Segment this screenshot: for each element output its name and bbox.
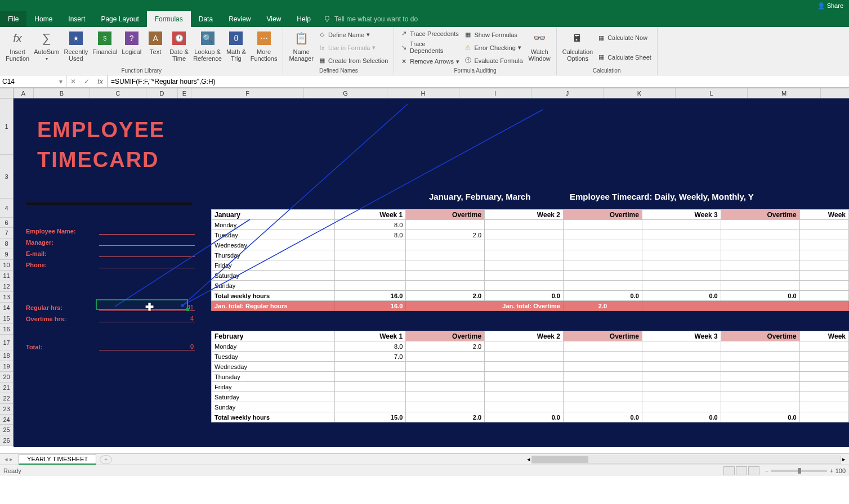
grid[interactable]: EMPLOYEETIMECARD January, February, Marc… [14,98,849,453]
remove-arrows-button[interactable]: ✕Remove Arrows ▾ [397,56,462,66]
col-header-K[interactable]: K [604,88,676,98]
tab-formulas[interactable]: Formulas [147,11,191,27]
tab-help[interactable]: Help [289,11,319,27]
name-manager-button[interactable]: 📋Name Manager [287,28,315,67]
table-row[interactable]: Wednesday [212,362,849,372]
define-name-button[interactable]: ◇Define Name ▾ [316,30,390,40]
zoom-out-icon[interactable]: − [765,467,768,474]
row-header-15[interactable]: 15 [0,313,13,324]
tab-view[interactable]: View [259,11,289,27]
row-header-1[interactable]: 1 [0,98,13,155]
sheet-tab-yearly-timesheet[interactable]: YEARLY TIMESHEET [19,454,96,465]
row-header-8[interactable]: 8 [0,238,13,249]
autosum-button[interactable]: ∑AutoSum▾ [32,28,61,67]
show-formulas-button[interactable]: ▦Show Formulas [462,30,526,40]
more-functions-button[interactable]: ⋯More Functions [248,28,280,67]
tab-home[interactable]: Home [26,11,60,27]
row-header-22[interactable]: 22 [0,393,13,404]
page-break-view-button[interactable] [748,466,759,475]
name-box-dropdown-icon[interactable]: ▾ [57,78,64,86]
row-header-13[interactable]: 13 [0,292,13,303]
table-row[interactable]: Friday [212,382,849,392]
calculate-sheet-button[interactable]: ▦Calculate Sheet [595,52,654,62]
row-header-3[interactable]: 3 [0,155,13,199]
row-header-11[interactable]: 11 [0,271,13,281]
row-header-19[interactable]: 19 [0,361,13,372]
february-table[interactable]: FebruaryWeek 1OvertimeWeek 2OvertimeWeek… [211,331,849,422]
formula-input[interactable] [108,75,849,87]
col-header-E[interactable]: E [178,88,191,98]
table-row[interactable]: Sunday [212,402,849,412]
col-header-L[interactable]: L [676,88,748,98]
col-header-J[interactable]: J [531,88,604,98]
table-row[interactable]: Thursday [212,372,849,382]
tab-file[interactable]: File [0,11,26,27]
financial-button[interactable]: $Financial [90,28,119,67]
tab-page-layout[interactable]: Page Layout [93,11,146,27]
normal-view-button[interactable] [723,466,735,475]
row-header-16[interactable]: 16 [0,324,13,335]
col-header-B[interactable]: B [34,88,90,98]
overtime-hrs-value[interactable]: 4 [99,315,195,322]
sheet-nav-icon[interactable]: ◂ ▸ [0,456,17,463]
col-header-D[interactable]: D [146,88,178,98]
table[interactable]: JanuaryWeek 1OvertimeWeek 2OvertimeWeek … [211,209,849,311]
calculation-options-button[interactable]: 🖩Calculation Options [560,28,595,67]
zoom-in-icon[interactable]: + [829,467,833,474]
sheet-area[interactable]: ABCDEFGHIJKLM 13467891011121314151617181… [0,88,849,453]
trace-dependents-button[interactable]: ↘Trace Dependents [397,39,462,55]
row-header-7[interactable]: 7 [0,228,13,238]
create-from-selection-button[interactable]: ▦Create from Selection [316,56,390,66]
row-header-17[interactable]: 17 [0,335,13,350]
share-button[interactable]: 👤 Share [817,2,843,10]
table[interactable]: FebruaryWeek 1OvertimeWeek 2OvertimeWeek… [211,331,849,422]
tab-data[interactable]: Data [191,11,221,27]
col-header-G[interactable]: G [304,88,387,98]
recently-used-button[interactable]: ★Recently Used [61,28,90,67]
enter-formula-icon[interactable]: ✓ [80,78,93,86]
watch-window-button[interactable]: 👓Watch Window [526,28,553,67]
table-row[interactable]: Monday8.0 [212,220,849,230]
row-header-21[interactable]: 21 [0,382,13,393]
tell-me-search[interactable]: Tell me what you want to do [319,11,422,27]
total-value[interactable]: 0 [99,343,195,350]
employee-name-field[interactable] [99,228,195,235]
table-row[interactable]: Tuesday7.0 [212,352,849,362]
col-header-C[interactable]: C [90,88,146,98]
trace-precedents-button[interactable]: ↗Trace Precedents [397,29,462,39]
page-layout-view-button[interactable] [736,466,747,475]
row-header-23[interactable]: 23 [0,404,13,415]
date-time-button[interactable]: 🕐Date & Time [167,28,191,67]
row-header-9[interactable]: 9 [0,249,13,260]
add-sheet-button[interactable]: + [100,455,112,464]
row-header-6[interactable]: 6 [0,218,13,228]
tab-review[interactable]: Review [221,11,258,27]
table-row[interactable]: Tuesday8.02.0 [212,230,849,240]
fx-icon[interactable]: fx [93,78,107,86]
horizontal-scrollbar[interactable]: ◂ ▸ [112,456,849,464]
math-trig-button[interactable]: θMath & Trig [224,28,248,67]
col-header-I[interactable]: I [459,88,531,98]
select-all-corner[interactable] [0,88,14,98]
table-row[interactable]: Friday [212,260,849,271]
zoom-control[interactable]: − + 100 [765,467,846,474]
table-row[interactable]: Saturday [212,271,849,281]
row-header-10[interactable]: 10 [0,260,13,271]
phone-field[interactable] [99,262,195,268]
name-box[interactable]: ▾ [0,75,66,87]
manager-field[interactable] [99,239,195,246]
table-row[interactable]: Wednesday [212,240,849,250]
cancel-formula-icon[interactable]: ✕ [66,78,80,86]
view-buttons[interactable] [723,466,759,475]
row-header-18[interactable]: 18 [0,350,13,361]
table-row[interactable]: Sunday [212,281,849,291]
row-headers[interactable]: 1346789101112131415161718192021222324252… [0,98,14,446]
row-header-25[interactable]: 25 [0,425,13,435]
insert-function-button[interactable]: fxInsert Function [3,28,32,67]
col-header-A[interactable]: A [14,88,34,98]
table-row[interactable]: Monday8.02.0 [212,341,849,352]
january-table[interactable]: JanuaryWeek 1OvertimeWeek 2OvertimeWeek … [211,209,849,311]
name-box-input[interactable] [2,78,57,86]
row-header-20[interactable]: 20 [0,372,13,382]
zoom-level[interactable]: 100 [835,467,846,474]
